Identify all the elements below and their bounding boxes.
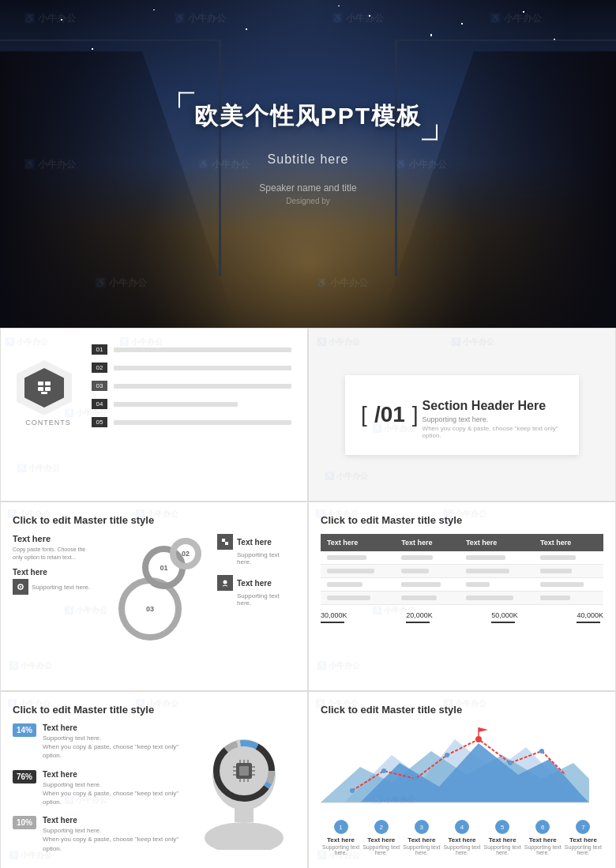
- gears-slide-title: Click to edit Master title style: [13, 514, 295, 526]
- timeline-items: 1 Text here Supporting text here. 2 Text…: [321, 820, 603, 855]
- hex-inner: [24, 368, 64, 408]
- contents-line-4: [114, 402, 238, 407]
- donut-title-3: Text here: [43, 816, 181, 825]
- donut-sub-2: Supporting text here.When you copy & pas…: [43, 780, 181, 807]
- timeline-title-7: Text here: [563, 836, 603, 844]
- donut-pct-3: 10%: [13, 816, 36, 829]
- svg-rect-2: [38, 387, 43, 391]
- val-2: 20,000K: [406, 611, 433, 623]
- gear-item-2-sub: Supporting text here.: [217, 592, 295, 607]
- cell: [460, 551, 534, 565]
- timeline-item-2: 2 Text here Supporting text here.: [361, 820, 401, 855]
- donut-layout: 14% Text here Supporting text here.When …: [13, 723, 295, 862]
- hero-designed: Designed by: [150, 196, 466, 205]
- timeline-title-6: Text here: [523, 836, 563, 844]
- timeline-title-4: Text here: [441, 836, 482, 844]
- table-row: [321, 578, 603, 592]
- svg-rect-1: [45, 381, 51, 385]
- donut-title-1: Text here: [43, 723, 181, 732]
- contents-item-2: 02: [92, 363, 291, 373]
- hero-title: 欧美个性风PPT模板: [194, 100, 422, 132]
- gears-slide: ♿ 小牛办公 ♿ 小牛办公 ♿ 小牛办公 ♿ 小牛办公 Click to edi…: [0, 502, 308, 691]
- contents-line-3: [114, 384, 291, 389]
- timeline-item-6: 6 Text here Supporting text here.: [523, 820, 563, 855]
- item-num-2: 02: [92, 363, 107, 373]
- donut-item-3: 10% Text here Supporting text here.When …: [13, 816, 181, 853]
- bottom-icon-row: Supporting text here.: [13, 579, 91, 595]
- mountain-slide-title: Click to edit Master title style: [321, 704, 603, 716]
- timeline-item-4: 4 Text here Supporting text here.: [441, 820, 482, 855]
- gears-right-panel: Text here Supporting text here. Text her…: [217, 534, 295, 616]
- table-values: 30,000K 20,000K 50,000K 40,000K: [321, 611, 603, 623]
- contents-line-1: [114, 348, 291, 352]
- contents-hex: CONTENTS: [17, 360, 80, 423]
- gear-item-1: Text here Supporting text here.: [217, 534, 295, 566]
- timeline-sub-3: Supporting text here.: [401, 844, 441, 855]
- donut-sub-1: Supporting text here.When you copy & pas…: [43, 734, 181, 761]
- svg-point-36: [350, 788, 355, 793]
- svg-rect-4: [41, 392, 47, 394]
- svg-point-40: [475, 736, 482, 742]
- mountain-chart-svg: [321, 723, 589, 810]
- donut-chart: [193, 723, 295, 850]
- timeline-item-1: 1 Text here Supporting text here.: [321, 820, 361, 855]
- contents-item-4: 04: [92, 399, 291, 409]
- section-num: /01: [371, 402, 408, 427]
- svg-point-37: [381, 768, 386, 773]
- cell: [321, 578, 395, 592]
- section-header-slide: ♿ 小牛办公 ♿ 小牛办公 ♿ 小牛办公 ♿ 小牛办公 [ /01 ] Sect…: [308, 328, 616, 502]
- bottom-item-sub: Supporting text here.: [32, 584, 90, 591]
- contents-item-1: 01: [92, 344, 291, 355]
- svg-rect-0: [38, 381, 43, 385]
- data-table: Text here Text here Text here Text here: [321, 534, 603, 605]
- timeline-item-3: 3 Text here Supporting text here.: [401, 820, 441, 855]
- gears-layout: Text here Copy paste fonts. Choose the o…: [13, 534, 295, 644]
- timeline-num-3: 3: [415, 820, 429, 834]
- item-num-5: 05: [92, 417, 107, 427]
- timeline-title-1: Text here: [321, 836, 361, 844]
- donut-items: 14% Text here Supporting text here.When …: [13, 723, 181, 862]
- timeline-num-1: 1: [334, 820, 348, 834]
- hero-slide: ♿ 小牛办公 ♿ 小牛办公 ♿ 小牛办公 ♿ 小牛办公 ♿ 小牛办公 ♿ 小牛办…: [0, 0, 616, 328]
- mountain-layout: 1 Text here Supporting text here. 2 Text…: [321, 723, 603, 855]
- donut-item-2: 76% Text here Supporting text here.When …: [13, 770, 181, 807]
- donut-item-text-2: Text here Supporting text here.When you …: [43, 770, 181, 807]
- bottom-item-title: Text here: [13, 568, 91, 577]
- head-svg: [197, 723, 291, 850]
- col-header-2: Text here: [395, 534, 460, 551]
- cell: [460, 565, 534, 578]
- hero-subtitle: Subtitle here: [150, 152, 466, 166]
- bottom-icon-box: [13, 579, 28, 595]
- contents-layout: CONTENTS 01 02 03 04: [17, 344, 291, 435]
- cell: [395, 578, 460, 592]
- table-row: [321, 551, 603, 565]
- donut-title-2: Text here: [43, 770, 181, 779]
- gears-desc: Copy paste fonts. Choose the only option…: [13, 546, 91, 562]
- contents-items: 01 02 03 04 05: [92, 344, 291, 435]
- timeline-sub-6: Supporting text here.: [523, 844, 563, 855]
- svg-rect-3: [45, 387, 51, 391]
- svg-marker-35: [479, 727, 488, 732]
- table-slide-title: Click to edit Master title style: [321, 514, 603, 526]
- section-header-sub: Supporting text here.: [423, 415, 563, 423]
- gears-left-panel: Text here Copy paste fonts. Choose the o…: [13, 534, 91, 595]
- timeline-num-2: 2: [374, 820, 389, 834]
- table-row: [321, 592, 603, 605]
- section-card: [ /01 ] Section Header Here Supporting t…: [345, 375, 579, 455]
- gear-small: 02: [170, 538, 201, 569]
- hex-shape: [17, 360, 72, 415]
- svg-point-38: [413, 776, 418, 781]
- col-header-4: Text here: [534, 534, 603, 551]
- contents-item-3: 03: [92, 381, 291, 391]
- col-header-1: Text here: [321, 534, 395, 551]
- svg-point-9: [223, 581, 227, 584]
- svg-point-6: [20, 586, 21, 588]
- hero-content: 欧美个性风PPT模板 Subtitle here Speaker name an…: [150, 92, 466, 205]
- timeline-num-5: 5: [495, 820, 509, 834]
- timeline-item-7: 7 Text here Supporting text here.: [563, 820, 603, 855]
- timeline-num-7: 7: [576, 820, 590, 834]
- timeline-sub-1: Supporting text here.: [321, 844, 361, 855]
- bracket-left: [: [361, 404, 367, 426]
- section-header-sub2: When you copy & paste, choose "keep text…: [423, 425, 563, 439]
- gears-bottom-item: Text here Supporting text here.: [13, 568, 91, 595]
